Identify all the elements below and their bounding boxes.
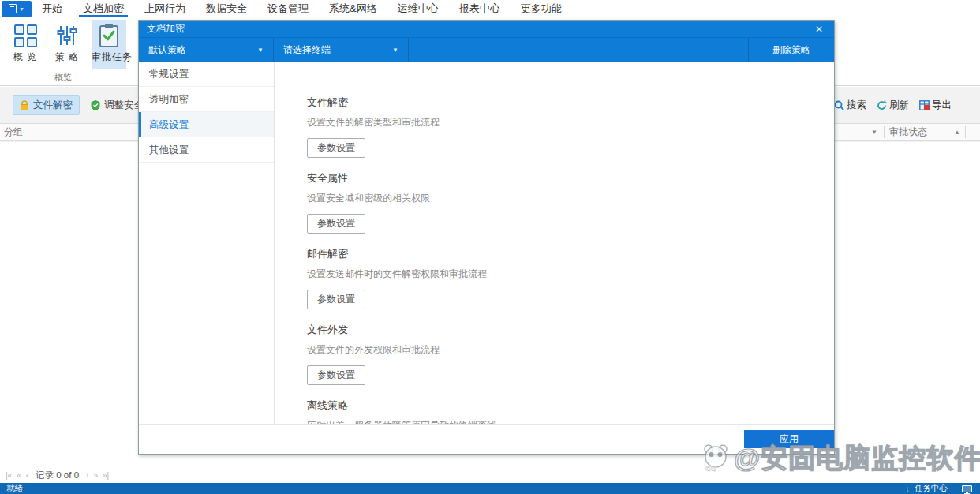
param-settings-button[interactable]: 参数设置 — [307, 138, 365, 158]
lock-icon — [20, 100, 29, 110]
dialog-sidebar: 常规设置 透明加密 高级设置 其他设置 — [139, 62, 275, 425]
ribbon-policy-button[interactable]: 策 略 — [50, 20, 84, 69]
sliders-icon — [50, 22, 84, 49]
section-title: 文件解密 — [307, 96, 818, 109]
next-page-icon[interactable]: › — [86, 472, 88, 480]
record-count: 记录 0 of 0 — [33, 470, 81, 481]
sidebar-item-transparent-encryption[interactable]: 透明加密 — [139, 87, 274, 112]
fast-next-page-icon[interactable]: » — [93, 472, 98, 480]
pagination-bar: |« « ‹ 记录 0 of 0 › » »| — [0, 468, 980, 483]
refresh-icon — [877, 100, 887, 110]
app-logo-icon — [9, 4, 17, 13]
section-file-outgoing: 文件外发 设置文件的外发权限和审批流程 参数设置 — [307, 324, 818, 385]
task-center-button[interactable]: 任务中心 — [915, 483, 948, 494]
menu-item-data-security[interactable]: 数据安全 — [196, 0, 257, 17]
sidebar-item-general-settings[interactable]: 常规设置 — [139, 62, 274, 87]
chevron-down-icon: ▼ — [257, 47, 264, 54]
section-description: 设置文件的解密类型和审批流程 — [307, 117, 818, 129]
app-caret-icon: ▼ — [19, 6, 24, 12]
app-menu-button[interactable]: ▼ — [2, 1, 32, 17]
section-security-attrs: 安全属性 设置安全域和密级的相关权限 参数设置 — [307, 172, 818, 234]
section-title: 安全属性 — [307, 172, 818, 185]
close-icon[interactable]: ✕ — [812, 24, 826, 35]
menu-item-system-network[interactable]: 系统&网络 — [319, 0, 387, 17]
statusbar: 就绪 ↓ 任务中心 — [0, 483, 980, 494]
dialog-toolbar: 默认策略 ▼ 请选择终端 ▼ 删除策略 — [139, 38, 834, 62]
section-description: 设置安全域和密级的相关权限 — [307, 193, 818, 204]
sort-asc-icon: ▲ — [954, 129, 960, 136]
menu-item-ops-center[interactable]: 运维中心 — [387, 0, 449, 17]
param-settings-button[interactable]: 参数设置 — [307, 365, 365, 385]
column-header-approval-status[interactable]: 审批状态 ▲ — [885, 125, 965, 139]
grid-icon — [14, 24, 37, 47]
export-icon — [919, 100, 930, 110]
download-arrow-icon: ↓ — [906, 484, 911, 493]
menu-item-web-behavior[interactable]: 上网行为 — [134, 0, 196, 17]
monitor-icon[interactable] — [962, 485, 972, 492]
sidebar-item-advanced-settings[interactable]: 高级设置 — [139, 112, 274, 137]
dialog-title: 文档加密 — [147, 22, 185, 36]
ribbon-approval-tasks-button[interactable]: 审批任务 — [92, 20, 126, 69]
menubar: ▼ 开始 文档加密 上网行为 数据安全 设备管理 系统&网络 运维中心 报表中心… — [0, 0, 980, 17]
menu-item-report-center[interactable]: 报表中心 — [449, 0, 511, 17]
menu-item-more[interactable]: 更多功能 — [511, 0, 572, 17]
section-title: 离线策略 — [307, 399, 818, 412]
refresh-button[interactable]: 刷新 — [877, 99, 909, 112]
menu-item-doc-encryption[interactable]: 文档加密 — [73, 0, 134, 17]
sidebar-item-other-settings[interactable]: 其他设置 — [139, 137, 274, 163]
section-mail-decrypt: 邮件解密 设置发送邮件时的文件解密权限和审批流程 参数设置 — [307, 248, 818, 309]
export-button[interactable]: 导出 — [919, 99, 952, 112]
dialog-footer: 应用 — [139, 424, 834, 454]
search-icon — [834, 100, 844, 110]
advanced-settings-panel: 文件解密 设置文件的解密类型和审批流程 参数设置 安全属性 设置安全域和密级的相… — [275, 62, 834, 425]
file-decrypt-button[interactable]: 文件解密 — [13, 95, 80, 115]
prev-page-icon[interactable]: ‹ — [26, 472, 28, 480]
delete-policy-button[interactable]: 删除策略 — [749, 38, 834, 62]
filter-arrow-icon[interactable]: ▼ — [871, 129, 877, 136]
clipboard-check-icon — [92, 22, 126, 49]
shield-icon — [91, 100, 100, 110]
section-offline-policy: 离线策略 应对出差、服务器故障等原因导致的终端离线 — [307, 399, 818, 425]
policy-dropdown[interactable]: 默认策略 ▼ — [139, 38, 273, 62]
first-page-icon[interactable]: |« — [6, 472, 12, 480]
menu-item-device-mgmt[interactable]: 设备管理 — [257, 0, 319, 17]
param-settings-button[interactable]: 参数设置 — [307, 214, 365, 234]
section-title: 邮件解密 — [307, 248, 818, 260]
section-description: 设置发送邮件时的文件解密权限和审批流程 — [307, 268, 818, 280]
fast-prev-page-icon[interactable]: « — [17, 472, 21, 480]
menu-item-start[interactable]: 开始 — [32, 0, 73, 17]
document-encryption-dialog: 文档加密 ✕ 默认策略 ▼ 请选择终端 ▼ 删除策略 常规设置 透明加密 高级设… — [138, 20, 835, 455]
section-file-decrypt: 文件解密 设置文件的解密类型和审批流程 参数设置 — [307, 96, 818, 158]
search-button[interactable]: 搜索 — [834, 99, 866, 112]
ribbon-overview-button[interactable]: 概 览 — [8, 20, 43, 69]
terminal-dropdown[interactable]: 请选择终端 ▼ — [274, 38, 408, 62]
last-page-icon[interactable]: »| — [103, 472, 109, 480]
param-settings-button[interactable]: 参数设置 — [307, 290, 365, 309]
chevron-down-icon: ▼ — [392, 47, 398, 54]
section-description: 设置文件的外发权限和审批流程 — [307, 344, 818, 356]
ribbon-group-label: 概览 — [0, 72, 126, 84]
section-title: 文件外发 — [307, 324, 818, 336]
status-ready-text: 就绪 — [6, 483, 23, 494]
apply-button[interactable]: 应用 — [744, 430, 834, 448]
dialog-titlebar: 文档加密 ✕ — [139, 21, 834, 38]
